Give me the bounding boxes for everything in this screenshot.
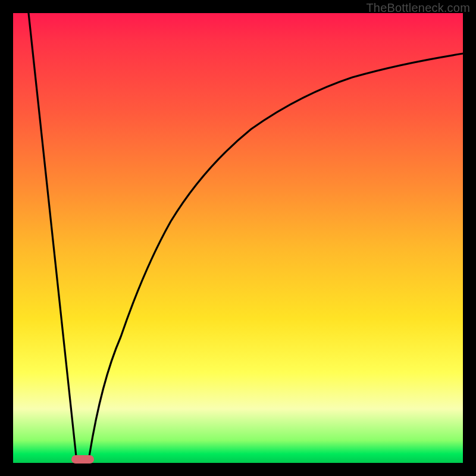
right-curve-path — [89, 54, 463, 456]
chart-frame: TheBottleneck.com — [0, 0, 476, 476]
bottleneck-marker — [71, 455, 94, 464]
left-line-path — [29, 13, 76, 456]
chart-lines — [13, 13, 463, 463]
watermark-text: TheBottleneck.com — [366, 1, 470, 15]
plot-area — [13, 13, 463, 463]
